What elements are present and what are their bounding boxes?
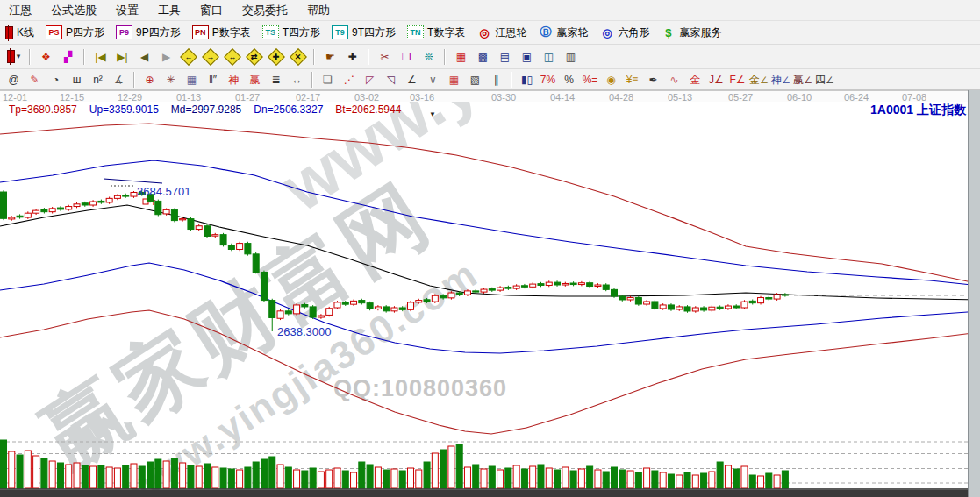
winner-service-button[interactable]: $赢家服务 <box>661 25 721 40</box>
candle-icon <box>7 50 15 63</box>
zoom-in-h-icon[interactable]: ⇄ <box>244 48 264 65</box>
ying-angle-icon[interactable]: 赢∠ <box>792 71 813 88</box>
shift-right-icon[interactable]: → <box>200 48 220 65</box>
vertical-scrollbar[interactable] <box>968 90 980 497</box>
toolbar-label: 赢家服务 <box>679 25 721 40</box>
menu-item-6[interactable]: 交易委托 <box>242 3 288 18</box>
last-page-icon[interactable]: ▶| <box>112 48 132 65</box>
j-angle-icon[interactable]: J∠ <box>706 71 726 88</box>
condition-pick-icon[interactable]: ❖ <box>36 48 56 65</box>
gold-lines-icon: ¥≡ <box>626 75 639 85</box>
gann-grid-icon[interactable]: ▦ <box>182 71 202 88</box>
bar-width-icon[interactable]: ↔ <box>287 71 307 88</box>
t-number-table-button[interactable]: TNT数字表 <box>407 25 465 40</box>
shift-left-icon[interactable]: ← <box>178 48 198 65</box>
calendar-icon[interactable]: ▦ <box>451 48 471 65</box>
comb-lines-icon[interactable]: ш <box>67 71 87 88</box>
gann-star-icon[interactable]: ✳ <box>161 71 181 88</box>
parallel-lines-icon[interactable]: ∥ <box>486 71 506 88</box>
hexagon-button[interactable]: ◎六角形 <box>599 25 649 40</box>
ying-tool-icon: 赢 <box>250 75 261 85</box>
volume-profile-icon[interactable]: ▮▯ <box>517 71 537 88</box>
wave-icon[interactable]: ∿ <box>664 71 684 88</box>
ruler-123-icon[interactable]: ≣ <box>266 71 286 88</box>
9p-square-button[interactable]: P99P四方形 <box>116 25 181 40</box>
price-marks-icon[interactable]: ‖″ <box>203 71 223 88</box>
gold-lines-icon[interactable]: ¥≡ <box>622 71 642 88</box>
p-square-button[interactable]: PSP四方形 <box>46 25 104 40</box>
fan-square-icon[interactable]: ◸ <box>360 71 380 88</box>
grid-red-icon[interactable]: ▦ <box>444 71 464 88</box>
percent-levels-icon[interactable]: %= <box>580 71 600 88</box>
candlestick-chart[interactable]: T <box>0 102 980 490</box>
p-number-table-button[interactable]: PNP数字表 <box>192 25 251 40</box>
symbol-code: 1A0001 <box>870 103 913 117</box>
gann-circle-icon[interactable]: ⊕ <box>139 71 160 88</box>
percent-icon: % <box>564 75 574 85</box>
shen-tool-icon[interactable]: 神 <box>224 71 244 88</box>
toolbar-label: P数字表 <box>212 25 251 40</box>
calculator-icon: ▩ <box>478 52 488 62</box>
9t-square-button[interactable]: T99T四方形 <box>332 25 396 40</box>
prev-icon[interactable]: ◀ <box>134 48 154 65</box>
gann-spiral-icon[interactable]: @ <box>4 71 24 88</box>
first-page-icon[interactable]: |◀ <box>90 48 111 65</box>
shape-tool-icon[interactable]: ❒ <box>397 48 417 65</box>
compress-all-icon[interactable]: ✕ <box>288 48 308 65</box>
shen-angle-icon[interactable]: 神∠ <box>770 71 791 88</box>
menu-item-5[interactable]: 窗口 <box>200 3 223 18</box>
indicator-panel-icon[interactable]: ▞ <box>58 48 78 65</box>
percent-retrace-icon[interactable]: 7% <box>538 71 558 88</box>
gold-angle-icon[interactable]: 金∠ <box>748 71 769 88</box>
si-angle-icon[interactable]: 四∠ <box>814 71 835 88</box>
menu-item-4[interactable]: 工具 <box>158 3 181 18</box>
toolbar-label: 六角形 <box>618 25 649 40</box>
calculator-icon[interactable]: ▩ <box>473 48 493 65</box>
toolbar-label: 江恩轮 <box>495 25 526 40</box>
drag-hand-icon[interactable]: ☛ <box>320 48 340 65</box>
angle-measure-icon[interactable]: ∡ <box>109 71 129 88</box>
kline-style-dropdown[interactable]: ▾ <box>4 48 24 65</box>
zoom-out-h-icon[interactable]: ↔ <box>222 48 242 65</box>
band-value: Md=2997.9285 <box>171 103 241 116</box>
menu-item-2[interactable]: 公式选股 <box>51 3 97 18</box>
n2-grid-icon[interactable]: n² <box>88 71 108 88</box>
angle-measure-icon: ∡ <box>114 75 124 85</box>
menu-item-3[interactable]: 设置 <box>116 3 139 18</box>
grid-arrow-icon[interactable]: ▧ <box>465 71 485 88</box>
v-shape-icon[interactable]: ∨ <box>423 71 443 88</box>
kline-button[interactable]: K线 <box>5 25 34 40</box>
save-icon[interactable]: ▣ <box>517 48 537 65</box>
notepad-icon[interactable]: ▤ <box>495 48 515 65</box>
expand-all-icon[interactable]: ✚ <box>266 48 286 65</box>
bar-width-icon: ↔ <box>292 75 303 85</box>
calendar-icon: ▦ <box>456 52 466 62</box>
gann-wheel-button[interactable]: ◎江恩轮 <box>476 25 526 40</box>
gold-red-icon[interactable]: 金 <box>685 71 705 88</box>
brush-icon[interactable]: ✎ <box>25 71 45 88</box>
candle-icon <box>5 26 13 39</box>
data-export-icon[interactable]: ◫ <box>539 48 559 65</box>
delete-line-icon[interactable]: ✂ <box>375 48 395 65</box>
box-select-icon[interactable]: ❏ <box>318 71 338 88</box>
percent-icon[interactable]: % <box>559 71 579 88</box>
cycle-circle-icon[interactable]: ◔ <box>46 71 66 88</box>
marker-pen-icon[interactable]: ✒ <box>643 71 663 88</box>
gold-circle-icon[interactable]: ◉ <box>601 71 621 88</box>
axis-pointer-icon: ▼ <box>429 110 436 118</box>
v-shape-icon: ∨ <box>429 75 437 85</box>
ying-tool-icon[interactable]: 赢 <box>245 71 265 88</box>
menu-item-1[interactable]: 江恩 <box>9 3 32 18</box>
crosshair-icon[interactable]: ✚ <box>342 48 362 65</box>
smart-analysis-icon[interactable]: ❊ <box>418 48 439 65</box>
next-icon[interactable]: ▶ <box>156 48 176 65</box>
print-icon[interactable]: ▥ <box>561 48 581 65</box>
trend-angle-icon[interactable]: ∠ <box>402 71 422 88</box>
t-square-button[interactable]: TST四方形 <box>262 25 320 40</box>
winner-wheel-button[interactable]: Ⓑ赢家轮 <box>538 25 588 40</box>
menu-item-7[interactable]: 帮助 <box>307 3 330 18</box>
gann-fan-icon[interactable]: ⋰ <box>339 71 359 88</box>
fan-square2-icon[interactable]: ◹ <box>381 71 401 88</box>
f-angle-icon[interactable]: F∠ <box>727 71 748 88</box>
chart-area[interactable]: 赢家财富网 www.yingjia360.com www.yingjia360.… <box>0 102 980 490</box>
